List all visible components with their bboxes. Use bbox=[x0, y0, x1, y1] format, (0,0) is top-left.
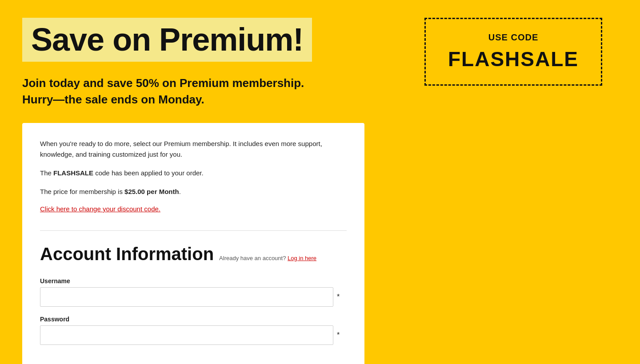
username-input[interactable] bbox=[40, 287, 333, 307]
password-label: Password bbox=[40, 316, 347, 323]
page-layout: Save on Premium! Join today and save 50%… bbox=[0, 0, 640, 364]
password-input[interactable] bbox=[40, 325, 333, 345]
username-label: Username bbox=[40, 277, 347, 285]
promo-code: FLASHSALE bbox=[448, 47, 579, 71]
password-required-star: * bbox=[337, 331, 340, 339]
username-field-row: * bbox=[40, 287, 347, 307]
form-card: When you're ready to do more, select our… bbox=[22, 123, 364, 364]
hero-title: Save on Premium! bbox=[31, 22, 303, 57]
account-info-title: Account Information bbox=[40, 244, 214, 264]
promo-label: USE CODE bbox=[448, 32, 579, 43]
description-text-1: When you're ready to do more, select our… bbox=[40, 138, 347, 160]
description-text-3: The price for membership is $25.00 per M… bbox=[40, 186, 347, 197]
left-column: Save on Premium! Join today and save 50%… bbox=[0, 0, 387, 364]
login-link[interactable]: Log in here bbox=[288, 255, 316, 261]
change-discount-code-link[interactable]: Click here to change your discount code. bbox=[40, 205, 160, 213]
section-divider bbox=[40, 230, 347, 231]
password-field-row: * bbox=[40, 325, 347, 345]
hero-title-box: Save on Premium! bbox=[22, 18, 312, 62]
hero-subtitle: Join today and save 50% on Premium membe… bbox=[22, 75, 333, 107]
promo-box: USE CODE FLASHSALE bbox=[424, 18, 602, 86]
account-info-header: Account Information Already have an acco… bbox=[40, 244, 347, 264]
account-info-sub: Already have an account? Log in here bbox=[219, 255, 316, 261]
description-text-2: The FLASHSALE code has been applied to y… bbox=[40, 168, 347, 178]
username-field-group: Username * bbox=[40, 277, 347, 307]
right-column: USE CODE FLASHSALE bbox=[387, 0, 640, 364]
username-required-star: * bbox=[337, 293, 340, 301]
password-field-group: Password * bbox=[40, 316, 347, 345]
